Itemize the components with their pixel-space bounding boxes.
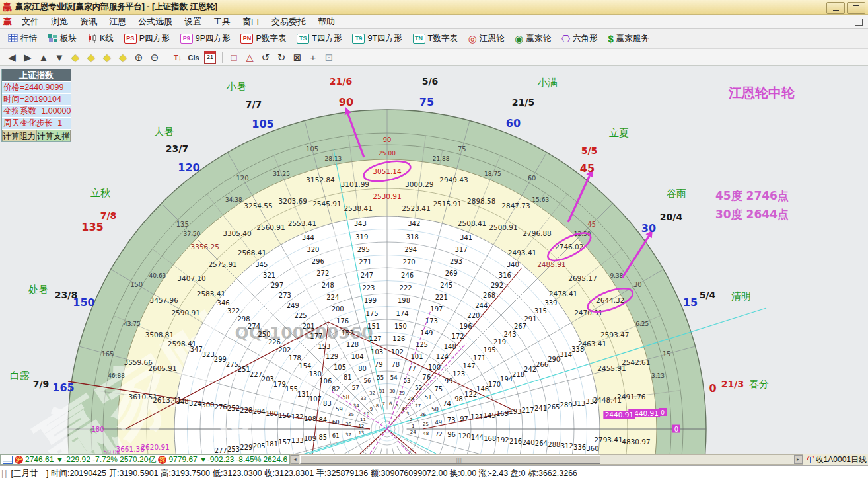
wheel-number: 3101.99 [341, 180, 369, 188]
spiral-number: 181 [266, 440, 278, 448]
annotation-30deg: 30度 2644点 [715, 208, 789, 221]
panel-price: 价格=2440.9099 [2, 81, 71, 93]
menu-formula[interactable]: 公式选股 [132, 16, 178, 28]
panel-coefficient: 变换系数=1.00000 [2, 105, 71, 117]
rotate-ccw-icon[interactable]: ↺ [258, 52, 273, 63]
calc-support-button[interactable]: 计算支撑 [36, 130, 71, 141]
spiral-number: 120 [458, 432, 470, 440]
toolbar-button-T数字表[interactable]: TNT数字表 [408, 31, 463, 47]
rotate-cw-icon[interactable]: ↻ [273, 52, 289, 63]
spiral-number: 180 [266, 410, 278, 417]
menu-tools[interactable]: 工具 [207, 16, 236, 28]
step-up-icon[interactable]: ◆ [99, 52, 115, 63]
wheel-number: 2949.43 [439, 176, 468, 184]
scroll-left-button[interactable]: ◂ [291, 455, 299, 464]
center-tool-icon[interactable]: + [305, 52, 321, 63]
toolbar-label: 六角形 [573, 33, 598, 44]
step-down-icon[interactable]: ◆ [115, 52, 131, 63]
menu-window[interactable]: 窗口 [236, 16, 266, 28]
spiral-number: 9 [370, 407, 373, 412]
zoom-out-icon[interactable]: ⊖ [147, 52, 163, 63]
toolbar-label: 9P四方形 [196, 33, 231, 44]
title-bar: 赢 赢家江恩专业版[赢家内部服务平台] - [上证指数 江恩轮] [0, 0, 868, 15]
zoom-in-icon[interactable]: ⊕ [131, 52, 147, 63]
menu-settings[interactable]: 设置 [178, 16, 207, 28]
t-down-icon[interactable]: T↓ [170, 54, 186, 61]
menu-browse[interactable]: 浏览 [45, 16, 74, 28]
spiral-number: 83 [323, 400, 332, 407]
nav-down-icon[interactable]: ▼ [52, 52, 67, 63]
nav-right-icon[interactable]: ▶ [20, 52, 36, 63]
wheel-number: 180 [91, 426, 104, 433]
spiral-number: 1 [412, 424, 414, 429]
drawing-toolbar: ◀▶▲▼◆◆◆◆⊕⊖T↓Cls21□△↺↻⊠+⊡ [0, 49, 868, 66]
wheel-number: 3254.55 [244, 202, 272, 210]
spiral-number: 149 [420, 329, 433, 337]
close-box-icon[interactable]: ⊠ [289, 52, 305, 63]
spiral-number: 203 [262, 376, 274, 383]
spiral-number: 152 [342, 329, 354, 337]
spiral-number: 84 [318, 417, 327, 424]
menu-help[interactable]: 帮助 [312, 16, 341, 28]
toolbar-button-赢家服务[interactable]: $赢家服务 [603, 31, 655, 47]
toolbar-button-K线[interactable]: K线 [82, 31, 119, 47]
toolbar-button-行情[interactable]: 行情 [3, 31, 42, 47]
spiral-number: 288 [548, 441, 560, 448]
gann-wheel[interactable]: 赢家财富网www.yjcf360.comQQ:10080036001530456… [0, 66, 868, 454]
spiral-number: 148 [444, 343, 456, 350]
extra-value: 4830.97 [622, 438, 650, 446]
toolbar-button-T四方形[interactable]: TST四方形 [291, 31, 347, 47]
menu-file[interactable]: 文件 [16, 16, 45, 28]
screen-tool-icon[interactable]: ⊡ [321, 52, 337, 63]
spiral-number: 264 [535, 440, 548, 447]
outer-label: 21/5 [512, 97, 534, 108]
nav-up-icon[interactable]: ▲ [36, 52, 52, 63]
scrollbar-thumb[interactable]: ||| [300, 455, 600, 464]
toolbar-button-9P四方形[interactable]: P99P四方形 [175, 31, 236, 47]
nav-left-icon[interactable]: ◀ [4, 52, 20, 63]
cls-icon[interactable]: Cls [186, 54, 201, 61]
spiral-number: 224 [326, 294, 339, 301]
spiral-number: 337 [585, 398, 598, 405]
spiral-number: 204 [253, 408, 266, 415]
square-tool-icon[interactable]: □ [226, 52, 242, 63]
spiral-number: 200 [332, 305, 344, 313]
step-right-icon[interactable]: ◆ [83, 52, 99, 63]
menu-news[interactable]: 资讯 [74, 16, 103, 28]
wheel-number: 2485.91 [537, 260, 565, 268]
spiral-number: 29 [399, 391, 405, 396]
spiral-number: 8 [376, 403, 379, 409]
calc-resistance-button[interactable]: 计算阻力 [2, 130, 36, 141]
toolbar-button-P数字表[interactable]: PNP数字表 [235, 31, 291, 47]
toolbar-button-9T四方形[interactable]: T99T四方形 [347, 31, 407, 47]
spiral-number: 275 [226, 361, 238, 368]
toolbar-button-赢家轮[interactable]: ◉赢家轮 [509, 31, 556, 47]
minimize-button[interactable] [826, 2, 845, 14]
toolbar-button-江恩轮[interactable]: ◎江恩轮 [463, 31, 510, 47]
wheel-number: 105 [306, 145, 318, 153]
child-restore-icon[interactable] [855, 19, 863, 26]
calendar-icon[interactable]: 21 [204, 51, 216, 64]
scroll-right-button[interactable]: ▸ [794, 455, 803, 464]
outer-label: 21/6 [330, 76, 352, 87]
spiral-number: 4 [402, 407, 405, 412]
spiral-number: 156 [278, 412, 291, 419]
menu-gann[interactable]: 江恩 [103, 16, 132, 28]
spiral-number: 105 [334, 364, 346, 371]
toolbar-button-板块[interactable]: 板块 [42, 31, 82, 47]
sh-index-amount: 2570.20亿 [120, 454, 156, 465]
menu-trade[interactable]: 交易委托 [266, 16, 312, 28]
toolbar-button-P四方形[interactable]: PSP四方形 [119, 31, 175, 47]
toolbar-button-六角形[interactable]: ⎔六角形 [556, 31, 603, 47]
spiral-number: 317 [455, 246, 468, 253]
step-left-icon[interactable]: ◆ [67, 52, 83, 63]
spiral-number: 56 [364, 378, 371, 384]
spiral-number: 295 [357, 246, 370, 253]
spiral-number: 222 [400, 284, 412, 292]
horizontal-scrollbar[interactable]: ◂ ||| ▸ [290, 454, 803, 465]
resize-grip: || [1, 469, 9, 478]
triangle-tool-icon[interactable]: △ [242, 52, 258, 63]
spiral-number: 30 [389, 389, 395, 394]
restore-button[interactable] [847, 2, 865, 14]
spiral-number: 130 [309, 370, 322, 378]
